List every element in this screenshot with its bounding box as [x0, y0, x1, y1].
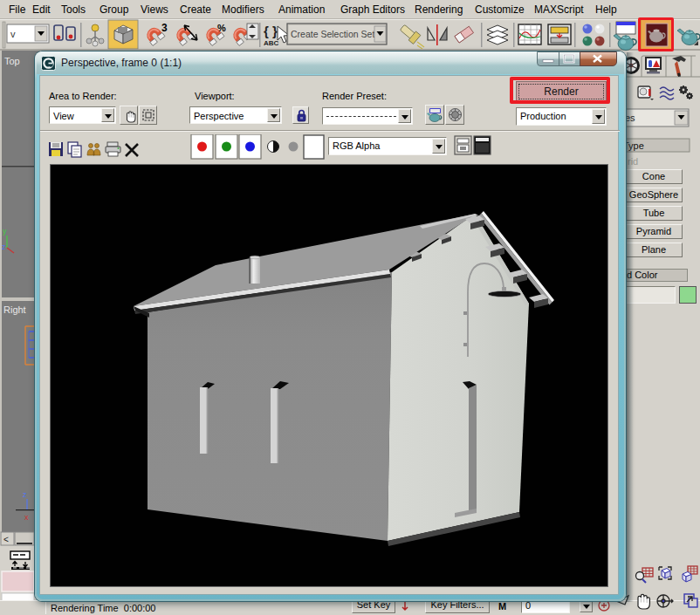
svg-text:z: z [23, 490, 27, 499]
svg-text:{ }: { } [264, 24, 278, 38]
svg-text:Create Selection Set: Create Selection Set [291, 29, 374, 39]
svg-text:<: < [3, 535, 9, 544]
svg-text:%: % [217, 23, 226, 33]
svg-text:Top: Top [4, 56, 20, 66]
svg-text:Right: Right [3, 304, 26, 315]
svg-text:ABC: ABC [264, 39, 279, 47]
svg-text:z: z [2, 243, 6, 251]
svg-text:x: x [24, 513, 29, 522]
svg-text:3: 3 [161, 22, 168, 34]
svg-text:v: v [10, 29, 16, 39]
svg-text:y: y [3, 227, 7, 236]
